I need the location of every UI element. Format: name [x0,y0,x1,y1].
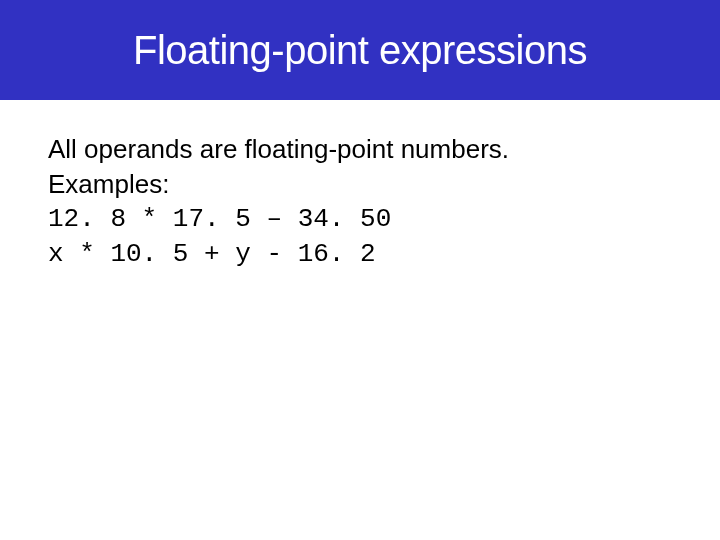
body-line-2: Examples: [48,167,672,202]
slide-content: All operands are floating-point numbers.… [0,100,720,272]
body-line-1: All operands are floating-point numbers. [48,132,672,167]
slide-title: Floating-point expressions [133,28,587,73]
code-example-2: x * 10. 5 + y - 16. 2 [48,237,672,272]
code-example-1: 12. 8 * 17. 5 – 34. 50 [48,202,672,237]
slide-header: Floating-point expressions [0,0,720,100]
